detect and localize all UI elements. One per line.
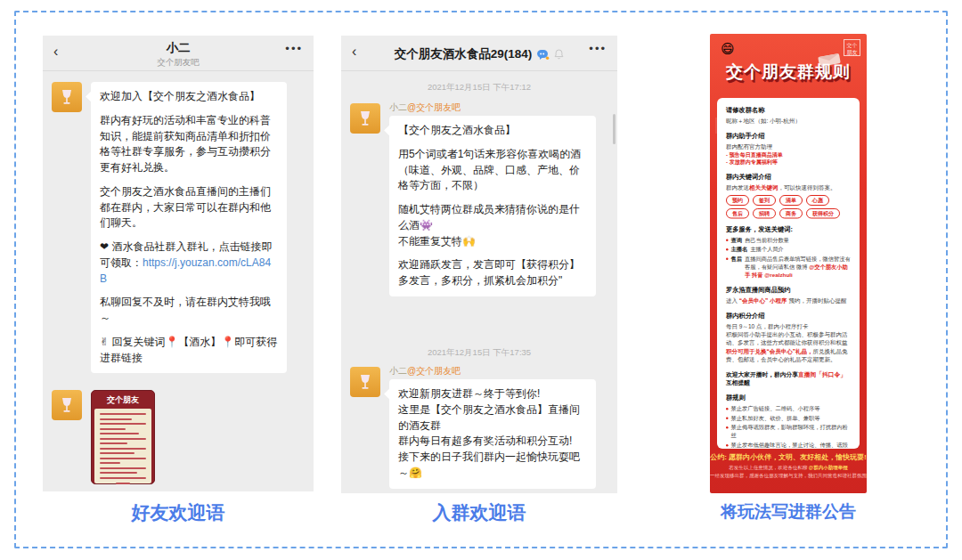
goblet-icon xyxy=(356,110,374,127)
section-text-red: - 预告每日直播商品清单 xyxy=(726,150,851,158)
welcome-message-bubble: 欢迎加入【交个朋友之酒水食品】 群内有好玩的活动和丰富专业的科普知识，能提前获知… xyxy=(91,82,287,373)
more-options-icon[interactable]: ••• xyxy=(285,42,303,55)
group-chat-panel: ‹ 交个朋友酒水食品29(184) ••• 2021年12月15日 下午17:1… xyxy=(341,36,617,493)
message-text: 随机艾特两位群成员来猜猜你说的是什么酒👾 xyxy=(398,202,587,234)
section-text-red: - 发放群内专属福利等 xyxy=(726,158,851,166)
rule-item: 禁止侮辱诋毁群友，影响群聊环境，打扰群内粉丝 xyxy=(726,424,851,440)
rule-text: 禁止发布低俗趣味言论，禁止讨论、传播、诋毁主播 xyxy=(731,441,852,449)
section-heading: 群内关键词介绍 xyxy=(726,172,851,182)
section-more-services: 更多服务，发送关键词: 查询自己当前积分数量 主播名主播个人简介 售后直播间商品… xyxy=(726,224,851,279)
game-message-bubble: 【交个朋友之酒水食品】 用5个词或者1句话来形容你喜欢喝的酒（味道、外观、品牌、… xyxy=(389,116,596,296)
section-text: 预约，开播时贴心提醒 xyxy=(787,296,847,304)
smiley-emoji-icon: 😄 xyxy=(721,41,735,57)
section-text: 积极回答小助手提出的小互动、积极参与群内活动、多发言，这些方式都能让你获得积分和… xyxy=(726,330,851,347)
service-item: 主播名主播个人简介 xyxy=(726,246,851,254)
bullet-dot-icon xyxy=(726,248,729,251)
footer-mention: @群内小助理举报 xyxy=(809,465,848,470)
chat-header: ‹ 小二 交个朋友吧 ••• xyxy=(43,36,314,71)
footer-text: 若发生以上任意情况，欢迎各位私聊 xyxy=(729,465,809,470)
rules-card: 请修改群名称 昵称＋地区（如: 小明-杭州） 群内助手介绍 群内配有官方助理 -… xyxy=(717,98,860,449)
message-text: ❤ 酒水食品社群入群礼，点击链接即可领取：https://j.youzan.co… xyxy=(100,239,278,287)
goblet-icon xyxy=(58,88,76,106)
avatar[interactable] xyxy=(52,390,82,420)
back-icon[interactable]: ‹ xyxy=(352,44,356,60)
keyword-pill: 预约 xyxy=(726,195,749,206)
bullet-dot-icon xyxy=(726,408,729,410)
poster-footer: 公约: 愿群内小伙伴，文明、友好相处，愉快玩耍! 若发生以上任意情况，欢迎各位私… xyxy=(710,452,867,480)
keyword-pill: 商务 xyxy=(779,208,803,219)
section-rename: 请修改群名称 昵称＋地区（如: 小明-杭州） xyxy=(726,105,851,125)
keyword-pill: 签到 xyxy=(753,195,776,206)
rule-text: 禁止侮辱诋毁群友，影响群聊环境，打扰群内粉丝 xyxy=(731,424,852,440)
message-text: 群内有好玩的活动和丰富专业的科普知识，能提前获知商品清单和折扣价格等社群专享服务… xyxy=(100,113,278,176)
caption-group-welcome: 入群欢迎语 xyxy=(341,500,617,525)
section-text: 群内配有官方助理 xyxy=(726,142,851,150)
message-text: 用5个词或者1句话来形容你喜欢喝的酒（味道、外观、品牌、口感、产地、价格等方面，… xyxy=(398,147,587,194)
service-value: 主播个人简介 xyxy=(750,246,784,254)
sender-nickname: 小二 xyxy=(389,366,407,376)
section-text: 欢迎大家开播时，群内分享直播间「抖口令」互相提醒 xyxy=(726,369,851,387)
bullet-dot-icon xyxy=(726,239,729,242)
sender-name: 小二@交个朋友吧 xyxy=(389,365,461,377)
keyword-pill: 招聘 xyxy=(753,208,776,219)
message-text: 接下来的日子我们群内一起愉快玩耍吧～🤗 xyxy=(398,450,587,482)
section-text: 昵称＋地区（如: 小明-杭州） xyxy=(726,117,851,125)
section-text: 积分可用于兑换“会员中心”礼品，所兑换礼品免费、包邮送，会员中心的礼品不定期更新… xyxy=(726,347,851,364)
poster-title: 交个朋友群规则 xyxy=(710,61,867,84)
message-text: 不能重复艾特🙌 xyxy=(398,234,587,250)
section-text: 互相提醒 xyxy=(726,379,750,386)
rule-text: 禁止发广告链接、二维码、小程序等 xyxy=(731,405,820,413)
section-heading: 群内积分介绍 xyxy=(726,311,851,321)
service-key: 查询 xyxy=(731,236,743,244)
message-text: 【交个朋友之酒水食品】 xyxy=(398,123,587,139)
message-text: 多发言，多积分，抓紧机会加积分" xyxy=(398,273,587,289)
section-share-code: 欢迎大家开播时，群内分享直播间「抖口令」互相提醒 xyxy=(726,369,851,387)
group-live-chat-icon[interactable] xyxy=(536,49,550,61)
group-rules-poster: 😄 交个朋友 交个朋友群规则 请修改群名称 昵称＋地区（如: 小明-杭州） 群内… xyxy=(710,34,867,493)
rule-item: 禁止发布低俗趣味言论，禁止讨论、传播、诋毁主播 xyxy=(726,441,851,449)
rule-text: 禁止私加好友、砍价、拼单、兼职等 xyxy=(731,414,820,422)
section-text: 每日 9～10 点，群内小程序打卡 xyxy=(726,322,851,330)
keyword-pill: 售后 xyxy=(726,208,749,219)
bullet-dot-icon xyxy=(726,426,729,429)
avatar[interactable] xyxy=(350,367,380,397)
keyword-pill: 清单 xyxy=(779,195,803,206)
keyword-pills: 预约 签到 清单 心愿 售后 招聘 商务 获得积分 xyxy=(726,195,851,218)
section-text-red: “会员中心” 小程序 xyxy=(739,296,787,304)
section-text: 欢迎大家开播时，群内分享 xyxy=(726,370,798,377)
message-text: 交个朋友之酒水食品直播间的主播们都在群内，大家日常可以在群内和他们聊天。 xyxy=(100,184,278,231)
keyword-pill: 心愿 xyxy=(806,195,829,206)
message-text: 欢迎加入【交个朋友之酒水食品】 xyxy=(100,89,278,105)
caption-rules-announcement: 将玩法写进群公告 xyxy=(703,500,874,523)
section-text: 群内发送 xyxy=(726,184,749,191)
section-text: 群内发送相关关键词，可以快速得到答案。 xyxy=(726,183,851,191)
more-options-icon[interactable]: ••• xyxy=(589,42,607,55)
service-key: 售后 xyxy=(731,255,743,279)
section-heading: 罗永浩直播间商品预约 xyxy=(726,285,851,295)
avatar[interactable] xyxy=(350,103,380,134)
back-icon[interactable]: ‹ xyxy=(53,44,58,60)
group-welcome-bubble: 欢迎新朋友进群～终于等到你! 这里是【交个朋友之酒水食品】直播间的酒友群 群内每… xyxy=(389,379,596,489)
section-keywords: 群内关键词介绍 群内发送相关关键词，可以快速得到答案。 预约 签到 清单 心愿 … xyxy=(726,172,851,218)
mini-poster-lines xyxy=(94,409,151,483)
scrollbar[interactable] xyxy=(613,114,616,144)
chat-title: 小二 xyxy=(43,40,314,56)
section-text: 进入 xyxy=(726,296,739,304)
sender-group-tag: @交个朋友吧 xyxy=(407,366,461,376)
mini-poster-title: 交个朋友 xyxy=(94,394,151,406)
section-helper: 群内助手介绍 群内配有官方助理 - 预告每日直播商品清单 - 发放群内专属福利等 xyxy=(726,131,851,166)
avatar[interactable] xyxy=(52,82,82,112)
mini-poster-image[interactable]: 交个朋友 xyxy=(91,390,155,484)
message-text: ✌ 回复关键词📍【酒水】📍即可获得进群链接 xyxy=(100,335,278,367)
keyword-pill: 获得积分 xyxy=(806,208,840,219)
service-value: 自己当前积分数量 xyxy=(745,236,789,244)
section-reservation: 罗永浩直播间商品预约 进入 “会员中心” 小程序 预约，开播时贴心提醒 xyxy=(726,285,851,304)
section-heading: 更多服务，发送关键词: xyxy=(726,224,851,234)
service-item: 查询自己当前积分数量 xyxy=(726,236,851,244)
section-heading: 群内助手介绍 xyxy=(726,131,851,141)
section-text-red: 积分可用于兑换“会员中心”礼品， xyxy=(726,348,813,355)
message-text: 私聊回复不及时，请在群内艾特我哦～ xyxy=(100,295,278,327)
goblet-icon xyxy=(58,396,76,414)
service-key: 主播名 xyxy=(731,246,748,254)
friend-chat-panel: ‹ 小二 交个朋友吧 ••• 欢迎加入【交个朋友之酒水食品】 群内有好玩的活动和… xyxy=(43,36,314,491)
